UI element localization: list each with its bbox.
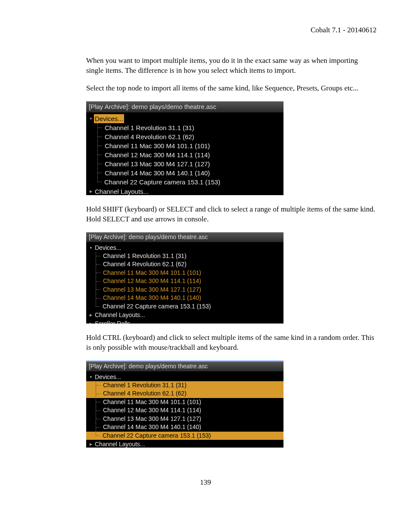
tree-item[interactable]: Channel 11 Mac 300 M4 101.1 (101) [86,269,283,277]
tree: Devices... Channel 1 Revolution 31.1 (31… [86,113,283,195]
tree-item[interactable]: Channel 22 Capture camera 153.1 (153) [86,432,283,440]
tree: Devices... Channel 1 Revolution 31.1 (31… [86,372,283,448]
tree-item[interactable]: Channel 13 Mac 300 M4 127.1 (127) [86,415,283,423]
archive-panel-1: [Play Archive]: demo plays/demo theatre.… [86,101,283,195]
paragraph: Hold CTRL (keyboard) and click to select… [86,333,377,353]
tree-item[interactable]: Channel 11 Mac 300 M4 101.1 (101) [86,141,283,150]
tree-item[interactable]: Channel 22 Capture camera 153.1 (153) [86,177,283,187]
tree-item[interactable]: Channel 4 Revolution 62.1 (62) [86,260,283,269]
tree-item[interactable]: Channel 22 Capture camera 153.1 (153) [86,302,283,311]
chevron-right-icon[interactable] [89,440,93,448]
chevron-down-icon[interactable] [89,373,93,381]
category-label: Devices... [94,114,124,123]
tree: Devices... Channel 1 Revolution 31.1 (31… [86,243,283,324]
tree-item[interactable]: Channel 12 Mac 300 M4 114.1 (114) [86,277,283,286]
tree-item[interactable]: Channel 14 Mac 300 M4 140.1 (140) [86,423,283,432]
category-label: Channel Layouts... [94,311,146,319]
category-label: Scroller Rolls... [94,320,136,324]
page-header: Cobalt 7.1 - 20140612 [86,26,377,34]
tree-item[interactable]: Channel 14 Mac 300 M4 140.1 (140) [86,294,283,302]
tree-category-devices[interactable]: Devices... [86,243,283,252]
tree-category-layouts[interactable]: Channel Layouts... [86,311,283,319]
archive-panel-3: [Play Archive]: demo plays/demo theatre.… [86,361,283,448]
tree-category-devices[interactable]: Devices... [86,114,283,123]
category-label: Channel Layouts... [94,440,146,448]
chevron-down-icon[interactable] [89,244,93,252]
tree-item[interactable]: Channel 4 Revolution 62.1 (62) [86,389,283,398]
paragraph: Hold SHIFT (keyboard) or SELECT and clic… [86,205,377,224]
chevron-right-icon[interactable] [89,187,93,195]
tree-item[interactable]: Channel 12 Mac 300 M4 114.1 (114) [86,406,283,415]
tree-category-devices[interactable]: Devices... [86,373,283,381]
tree-category-layouts[interactable]: Channel Layouts... [86,187,283,195]
tree-item[interactable]: Channel 12 Mac 300 M4 114.1 (114) [86,150,283,159]
window-title: [Play Archive]: demo plays/demo theatre.… [86,101,283,113]
page-number: 139 [0,478,411,487]
tree-item[interactable]: Channel 13 Mac 300 M4 127.1 (127) [86,159,283,168]
chevron-right-icon[interactable] [89,311,93,319]
window-title: [Play Archive]: demo plays/demo theatre.… [86,232,283,243]
tree-item[interactable]: Channel 1 Revolution 31.1 (31) [86,381,283,390]
chevron-down-icon[interactable] [89,114,93,123]
paragraph: When you want to import multiple items, … [86,56,377,76]
tree-item[interactable]: Channel 1 Revolution 31.1 (31) [86,123,283,132]
archive-panel-2: [Play Archive]: demo plays/demo theatre.… [86,232,283,324]
tree-item[interactable]: Channel 1 Revolution 31.1 (31) [86,252,283,261]
tree-item[interactable]: Channel 13 Mac 300 M4 127.1 (127) [86,286,283,294]
paragraph: Select the top node to import all items … [86,84,377,93]
tree-item[interactable]: Channel 4 Revolution 62.1 (62) [86,132,283,141]
tree-item[interactable]: Channel 14 Mac 300 M4 140.1 (140) [86,168,283,177]
category-label: Devices... [94,373,122,381]
tree-category-scroller[interactable]: Scroller Rolls... [86,319,283,324]
category-label: Devices... [94,244,122,252]
window-title: [Play Archive]: demo plays/demo theatre.… [86,361,283,372]
document-page: Cobalt 7.1 - 20140612 When you want to i… [0,0,411,532]
chevron-right-icon[interactable] [89,320,93,324]
tree-category-layouts[interactable]: Channel Layouts... [86,440,283,448]
category-label: Channel Layouts... [94,187,149,195]
tree-item[interactable]: Channel 11 Mac 300 M4 101.1 (101) [86,398,283,407]
